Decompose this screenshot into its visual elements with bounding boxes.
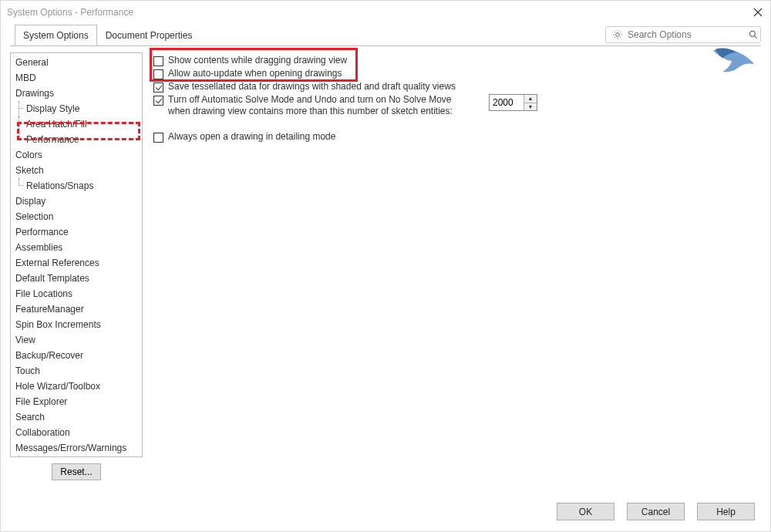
tree-hole-wizard[interactable]: Hole Wizard/Toolbox	[11, 379, 142, 394]
tree-touch[interactable]: Touch	[11, 363, 142, 379]
help-button[interactable]: Help	[697, 503, 755, 520]
tree-sketch[interactable]: Sketch	[11, 163, 142, 178]
tree-external-refs[interactable]: External References	[11, 255, 142, 271]
window-title: System Options - Performance	[7, 7, 133, 18]
ok-button[interactable]: OK	[557, 503, 614, 520]
cancel-button[interactable]: Cancel	[627, 503, 685, 520]
search-options-field[interactable]	[605, 26, 761, 43]
tab-document-properties[interactable]: Document Properties	[97, 25, 201, 46]
checkbox-auto-solve[interactable]	[153, 96, 163, 106]
bird-logo-icon	[709, 42, 757, 79]
tab-system-options[interactable]: System Options	[15, 25, 97, 46]
tree-drawings[interactable]: Drawings	[11, 86, 142, 101]
tree-drawings-performance[interactable]: Performance	[11, 132, 142, 147]
tree-feature-manager[interactable]: FeatureManager	[11, 301, 142, 317]
tree-search[interactable]: Search	[11, 409, 142, 425]
spin-down-icon[interactable]: ▼	[524, 103, 537, 111]
tree-collaboration[interactable]: Collaboration	[11, 425, 142, 440]
tree-general[interactable]: General	[11, 55, 142, 70]
tree-backup[interactable]: Backup/Recover	[11, 348, 142, 363]
tree-performance[interactable]: Performance	[11, 224, 142, 240]
label-show-contents: Show contents while dragging drawing vie…	[168, 55, 347, 66]
options-tree: General MBD Drawings Display Style Area …	[10, 52, 143, 457]
tree-area-hatch[interactable]: Area Hatch/Fill	[11, 116, 142, 132]
search-input[interactable]	[628, 29, 743, 40]
gear-icon	[612, 29, 623, 40]
tree-display[interactable]: Display	[11, 194, 142, 209]
tree-display-style[interactable]: Display Style	[11, 101, 142, 116]
label-allow-auto-update: Allow auto-update when opening drawings	[168, 68, 342, 79]
checkbox-save-tessellated[interactable]	[153, 82, 163, 93]
checkbox-allow-auto-update[interactable]	[153, 69, 163, 79]
label-auto-solve: Turn off Automatic Solve Mode and Undo a…	[168, 94, 453, 117]
tree-file-explorer[interactable]: File Explorer	[11, 394, 142, 409]
checkbox-show-contents[interactable]	[153, 56, 163, 66]
tree-selection[interactable]: Selection	[11, 209, 142, 224]
entities-input[interactable]	[490, 95, 524, 110]
tree-file-locations[interactable]: File Locations	[11, 286, 142, 301]
spin-up-icon[interactable]: ▲	[524, 95, 537, 103]
label-always-detailing: Always open a drawing in detailing mode	[168, 131, 335, 143]
tree-assemblies[interactable]: Assemblies	[11, 240, 142, 255]
label-save-tessellated: Save tessellated data for drawings with …	[168, 81, 456, 93]
svg-point-0	[749, 31, 755, 36]
tree-messages[interactable]: Messages/Errors/Warnings	[11, 440, 142, 456]
reset-button[interactable]: Reset...	[52, 463, 101, 480]
search-icon[interactable]	[748, 29, 759, 40]
close-icon[interactable]	[752, 6, 764, 19]
tree-mbd[interactable]: MBD	[11, 70, 142, 86]
tree-spin-box[interactable]: Spin Box Increments	[11, 317, 142, 332]
tree-relations-snaps[interactable]: Relations/Snaps	[11, 178, 142, 194]
tree-default-templates[interactable]: Default Templates	[11, 271, 142, 286]
checkbox-always-detailing[interactable]	[153, 133, 163, 143]
tree-colors[interactable]: Colors	[11, 147, 142, 163]
entities-spinner[interactable]: ▲ ▼	[489, 94, 537, 111]
tree-view[interactable]: View	[11, 332, 142, 348]
